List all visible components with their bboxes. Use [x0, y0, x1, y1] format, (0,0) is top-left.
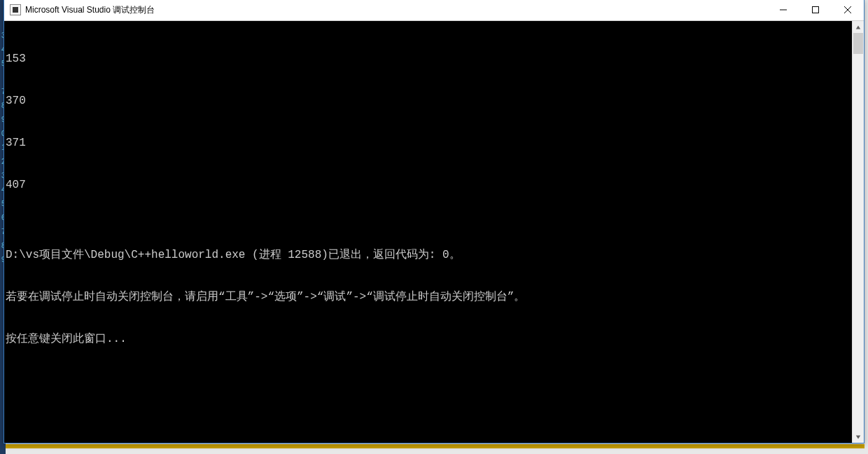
svg-marker-5	[856, 435, 860, 439]
scrollbar-thumb[interactable]	[853, 33, 863, 54]
maximize-icon	[812, 6, 819, 13]
chevron-down-icon	[855, 434, 861, 440]
close-icon	[844, 6, 851, 13]
minimize-icon	[780, 6, 787, 13]
app-icon	[10, 4, 21, 15]
console-line: 153	[6, 52, 850, 66]
minimize-button[interactable]	[767, 0, 799, 20]
console-line: 407	[6, 178, 850, 192]
maximize-button[interactable]	[799, 0, 832, 20]
vertical-scrollbar[interactable]	[852, 21, 864, 443]
chevron-up-icon	[855, 25, 861, 30]
scroll-down-button[interactable]	[853, 431, 864, 443]
titlebar[interactable]: Microsoft Visual Studio 调试控制台	[4, 0, 864, 21]
window-title: Microsoft Visual Studio 调试控制台	[25, 4, 155, 16]
console-line: D:\vs项目文件\Debug\C++helloworld.exe (进程 12…	[6, 248, 850, 262]
console-output[interactable]: 153 370 371 407 D:\vs项目文件\Debug\C++hello…	[4, 21, 852, 443]
svg-rect-1	[813, 7, 819, 13]
console-line: 若要在调试停止时自动关闭控制台，请启用“工具”->“选项”->“调试”->“调试…	[6, 290, 850, 304]
close-button[interactable]	[832, 0, 864, 20]
console-line: 371	[6, 136, 850, 150]
console-line: 按任意键关闭此窗口...	[6, 332, 850, 346]
bottom-bar-background	[4, 444, 864, 448]
console-line: 370	[6, 94, 850, 108]
svg-marker-4	[856, 25, 860, 29]
scroll-up-button[interactable]	[853, 21, 864, 33]
console-window: Microsoft Visual Studio 调试控制台 153 370 37…	[4, 0, 864, 443]
